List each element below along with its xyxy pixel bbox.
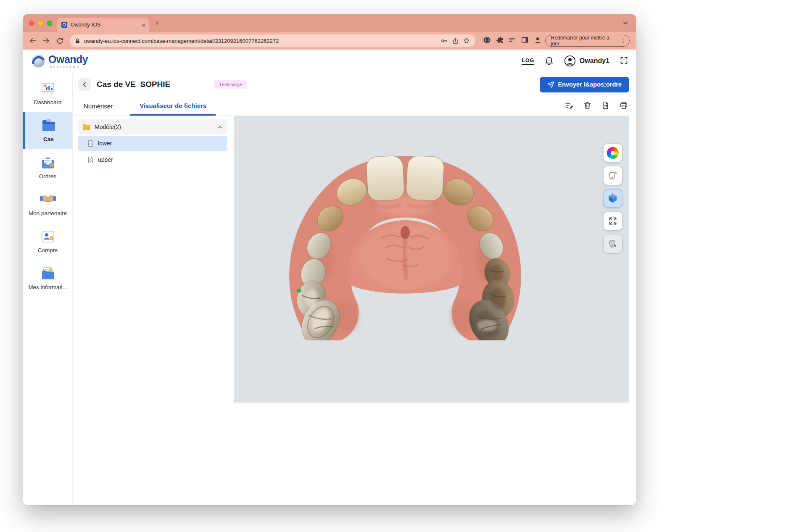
sidebar-item-dashboard[interactable]: Dashboard: [23, 75, 72, 112]
browser-tab[interactable]: Owandy-IOS ×: [57, 18, 149, 32]
color-wheel-icon: [607, 147, 619, 159]
fit-to-screen-button[interactable]: [604, 212, 622, 230]
sidebar-item-label: Mes informati...: [28, 284, 67, 290]
tooth-cursor-icon: [607, 238, 619, 250]
dashboard-icon: [40, 82, 55, 96]
url-text: owandy-eu.ios-connect.com/case-managemen…: [84, 38, 437, 44]
folder-label: Modèle(2): [95, 124, 121, 130]
update-chrome-label: Redémarrer pour mettre à jour: [551, 35, 617, 47]
password-key-icon[interactable]: [440, 37, 448, 45]
page-title: Cas de VE SOPHIE: [97, 80, 170, 89]
sidebar-item-label: Dashboard: [34, 99, 61, 105]
my-info-files-icon: [40, 266, 55, 281]
minimize-window-button[interactable]: [38, 21, 43, 26]
color-wheel-button[interactable]: [604, 144, 622, 162]
browser-window: Owandy-IOS × + owandy-eu.io: [23, 14, 636, 505]
share-icon[interactable]: [452, 37, 459, 45]
logo-name: Owandy: [48, 54, 88, 65]
back-button[interactable]: [78, 78, 91, 91]
sidebar: Dashboard Cas: [23, 72, 73, 505]
model-file-icon: [87, 140, 94, 147]
sidebar-item-mon-partenaire[interactable]: Mon partenaire: [23, 186, 72, 223]
owandy-logo: Owandy RADIOLOGY: [31, 53, 88, 68]
tab-close-icon[interactable]: ×: [142, 22, 145, 28]
tab-search-chevron-icon[interactable]: [622, 20, 628, 26]
folder-row-modele[interactable]: Modèle(2): [78, 119, 227, 134]
owandy-logo-icon: [31, 53, 46, 68]
logo-subtitle: RADIOLOGY: [50, 65, 88, 68]
web-app: Owandy RADIOLOGY LOG: [23, 50, 636, 505]
back-icon[interactable]: [27, 35, 38, 46]
account-menu[interactable]: Owandy1: [564, 55, 609, 67]
tooth-sparkle-icon: [607, 170, 619, 182]
edit-note-icon[interactable]: [564, 101, 574, 112]
dental-model: [284, 152, 525, 340]
sidebar-item-ordres[interactable]: Ordres: [23, 149, 72, 186]
main-content: Cas de VE SOPHIE Téléchargé Envoyer l&ap…: [73, 72, 636, 505]
update-chrome-button[interactable]: Redémarrer pour mettre à jour ⋮: [545, 35, 630, 47]
sidebar-item-compte[interactable]: Compte: [23, 223, 72, 260]
url-bar[interactable]: owandy-eu.ios-connect.com/case-managemen…: [70, 34, 475, 47]
partner-handshake-icon: [40, 192, 56, 207]
tooth-polish-button[interactable]: [604, 166, 622, 185]
export-file-icon[interactable]: [601, 101, 610, 111]
tab-favicon: [61, 22, 67, 28]
cube-3d-view-button[interactable]: [604, 189, 622, 208]
bookmark-star-icon[interactable]: [463, 37, 470, 45]
profile-icon[interactable]: [533, 36, 542, 46]
window-controls: [23, 21, 57, 26]
forward-icon[interactable]: [41, 35, 51, 46]
fullscreen-icon[interactable]: [620, 56, 628, 66]
cube-3d-icon: [607, 193, 618, 204]
viewer-toolbar: [604, 144, 622, 253]
logs-button[interactable]: LOG: [522, 57, 534, 65]
tab-numeriser[interactable]: Numériser: [83, 97, 113, 116]
file-name: lower: [98, 140, 112, 147]
print-icon[interactable]: [619, 101, 628, 112]
sidebar-item-cas[interactable]: Cas: [23, 112, 72, 149]
zoom-window-button[interactable]: [47, 21, 52, 26]
extensions-puzzle-icon[interactable]: [496, 36, 504, 46]
viewer-content: Modèle(2): [73, 116, 629, 403]
model-viewer-canvas[interactable]: [234, 116, 629, 403]
notifications-bell-icon[interactable]: [544, 55, 554, 67]
side-panel-icon[interactable]: [521, 36, 529, 46]
file-actions: [564, 97, 629, 116]
browser-tab-strip: Owandy-IOS × +: [23, 14, 636, 32]
sidebar-item-mes-informations[interactable]: Mes informati...: [23, 260, 72, 297]
file-row-upper[interactable]: upper: [78, 152, 227, 167]
send-order-button[interactable]: Envoyer l&apos;ordre: [540, 77, 630, 92]
status-badge: Téléchargé: [214, 80, 247, 89]
extension-icons: [483, 36, 542, 46]
globe-extension-icon[interactable]: [483, 36, 491, 46]
send-order-label: Envoyer l&apos;ordre: [558, 81, 622, 88]
tab-list-icon[interactable]: [508, 36, 517, 46]
file-row-lower[interactable]: lower: [78, 136, 227, 151]
model-file-icon: [87, 156, 94, 163]
orders-envelope-icon: [40, 155, 55, 170]
reload-icon[interactable]: [55, 35, 65, 46]
avatar: [564, 55, 576, 67]
sidebar-item-label: Mon partenaire: [29, 210, 67, 216]
expand-arrows-icon: [608, 216, 618, 226]
desktop-background: Owandy-IOS × + owandy-eu.io: [0, 0, 807, 532]
tab-visualiseur-de-fichiers[interactable]: Visualiseur de fichiers: [130, 97, 216, 116]
user-name: Owandy1: [580, 57, 609, 65]
file-name: upper: [98, 156, 113, 163]
lock-icon[interactable]: [75, 38, 80, 44]
cases-folder-icon: [41, 119, 57, 133]
sidebar-item-label: Cas: [43, 136, 54, 142]
tooth-inspect-button[interactable]: [604, 234, 622, 253]
delete-trash-icon[interactable]: [583, 101, 592, 111]
close-window-button[interactable]: [29, 21, 34, 26]
file-tree-panel: Modèle(2): [73, 116, 231, 403]
browser-menu-kebab-icon[interactable]: ⋮: [620, 37, 626, 44]
paper-plane-icon: [547, 81, 554, 88]
sidebar-item-label: Ordres: [39, 173, 56, 179]
sidebar-item-label: Compte: [38, 247, 58, 253]
app-header: Owandy RADIOLOGY LOG: [23, 50, 636, 72]
dental-model-3d: [284, 152, 525, 340]
tab-title: Owandy-IOS: [71, 22, 138, 28]
collapse-chevron-up-icon[interactable]: [217, 124, 223, 130]
new-tab-button[interactable]: +: [155, 18, 159, 28]
